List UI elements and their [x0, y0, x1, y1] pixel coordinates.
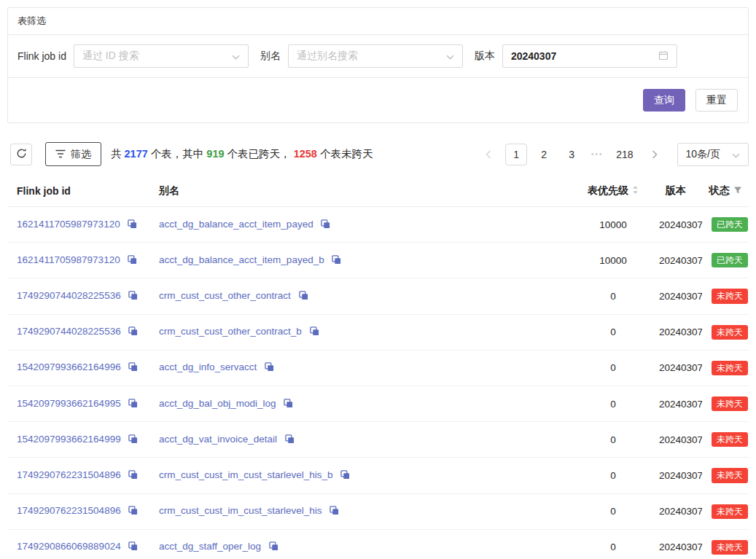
job-id-link[interactable]: 1749290866069889024	[17, 541, 121, 552]
page-size-select[interactable]: 10条/页	[677, 143, 749, 166]
pagination-top: 1 2 3 ••• 218 10条/页	[478, 143, 749, 166]
alias-link[interactable]: acct_dg_staff_oper_log	[159, 541, 261, 552]
copy-icon[interactable]	[128, 362, 138, 374]
uncrossed-count: 1258	[294, 148, 317, 160]
alias-link[interactable]: acct_dg_balance_acct_item_payed	[159, 219, 313, 230]
column-header-alias: 别名	[149, 176, 577, 207]
copy-icon[interactable]	[310, 327, 319, 338]
alias-link[interactable]: crm_cust_cust_other_contract_b	[159, 326, 302, 337]
alias-link[interactable]: acct_dg_balance_acct_item_payed_b	[159, 254, 324, 265]
version-field: 版本 20240307	[475, 44, 677, 68]
status-cell: 未跨天	[702, 529, 749, 559]
job-id-link[interactable]: 1749290744028225536	[17, 290, 121, 301]
alias-link[interactable]: acct_dg_info_servacct	[159, 361, 257, 372]
table-row: 1542097993662164995 acct_dg_bal_obj_modi…	[7, 386, 749, 421]
copy-icon[interactable]	[299, 291, 308, 302]
version-cell: 20240307	[650, 422, 702, 458]
job-id-cell: 1542097993662164995	[7, 386, 149, 421]
page: 表筛选 Flink job id 通过 ID 搜索 别名 通过别名搜索	[0, 0, 756, 559]
copy-icon[interactable]	[269, 542, 278, 553]
copy-icon[interactable]	[128, 291, 138, 302]
next-page-button[interactable]	[644, 144, 666, 165]
filter-lines-icon	[55, 149, 66, 160]
prev-page-button[interactable]	[478, 144, 499, 165]
job-id-cell: 1749290744028225536	[7, 314, 149, 350]
alias-cell: acct_dg_balance_acct_item_payed	[149, 207, 577, 243]
calendar-icon	[658, 50, 669, 63]
job-id-link[interactable]: 1749290762231504896	[17, 469, 121, 480]
page-button-last[interactable]: 218	[612, 144, 637, 165]
version-date-input[interactable]: 20240307	[502, 44, 677, 68]
filter-fields-row: Flink job id 通过 ID 搜索 别名 通过别名搜索	[8, 35, 748, 78]
version-cell: 20240307	[650, 350, 702, 386]
page-button-3[interactable]: 3	[561, 144, 582, 165]
summary-text: 共	[111, 148, 125, 160]
copy-icon[interactable]	[340, 470, 350, 482]
job-id-link[interactable]: 1621411705987973120	[17, 254, 120, 265]
table-row: 1749290744028225536 crm_cust_cust_other_…	[7, 278, 749, 314]
job-id-link[interactable]: 1749290762231504896	[17, 505, 121, 516]
summary-text: 个表，其中	[148, 148, 207, 160]
copy-icon[interactable]	[128, 399, 138, 410]
status-badge: 已跨天	[712, 217, 748, 232]
table-row: 1749290744028225536 crm_cust_cust_other_…	[7, 314, 749, 350]
column-header-job-id: Flink job id	[7, 176, 149, 207]
job-id-cell: 1749290866069889024	[7, 529, 149, 559]
alias-cell: crm_cust_cust_other_contract_b	[149, 314, 577, 350]
table-row: 1749290762231504896 crm_cust_cust_im_cus…	[7, 493, 749, 529]
copy-icon[interactable]	[330, 506, 339, 517]
copy-icon[interactable]	[128, 327, 138, 338]
copy-icon[interactable]	[128, 219, 137, 231]
copy-icon[interactable]	[128, 255, 137, 267]
chevron-down-icon	[232, 50, 240, 62]
sort-icon[interactable]	[632, 185, 639, 197]
job-id-cell: 1542097993662164999	[7, 422, 149, 458]
filter-button[interactable]: 筛选	[45, 142, 101, 166]
priority-cell: 0	[577, 278, 650, 314]
query-button[interactable]: 查询	[643, 89, 685, 112]
table-row: 1749290866069889024 acct_dg_staff_oper_l…	[7, 529, 749, 559]
column-header-status[interactable]: 状态	[702, 176, 749, 207]
page-button-2[interactable]: 2	[533, 144, 555, 165]
page-button-1[interactable]: 1	[505, 144, 527, 165]
copy-icon[interactable]	[128, 470, 138, 482]
job-id-cell: 1542097993662164996	[7, 350, 149, 386]
reset-button[interactable]: 重置	[695, 89, 738, 112]
copy-icon[interactable]	[128, 506, 138, 517]
status-cell: 未跨天	[702, 493, 749, 529]
table-summary: 共 2177 个表，其中 919 个表已跨天， 1258 个表未跨天	[111, 147, 373, 161]
column-header-priority[interactable]: 表优先级	[577, 176, 650, 207]
copy-icon[interactable]	[128, 542, 138, 553]
job-id-link[interactable]: 1749290744028225536	[17, 326, 121, 337]
funnel-filter-icon[interactable]	[733, 185, 742, 197]
chevron-down-icon	[732, 149, 740, 160]
chevron-down-icon	[446, 50, 454, 62]
alias-link[interactable]: acct_dg_bal_obj_modi_log	[159, 398, 276, 409]
job-id-link[interactable]: 1542097993662164995	[17, 398, 121, 409]
flink-job-id-select[interactable]: 通过 ID 搜索	[74, 44, 249, 68]
alias-link[interactable]: crm_cust_cust_im_cust_starlevel_his	[159, 505, 322, 516]
copy-icon[interactable]	[321, 219, 330, 231]
alias-link[interactable]: crm_cust_cust_im_cust_starlevel_his_b	[159, 469, 333, 480]
job-id-link[interactable]: 1542097993662164996	[17, 361, 121, 372]
pagination-ellipsis[interactable]: •••	[588, 150, 606, 158]
status-cell: 未跨天	[702, 422, 749, 458]
priority-cell: 0	[577, 493, 650, 529]
table-row: 1621411705987973120 acct_dg_balance_acct…	[7, 207, 749, 243]
table-row: 1621411705987973120 acct_dg_balance_acct…	[7, 243, 749, 278]
copy-icon[interactable]	[332, 255, 341, 267]
copy-icon[interactable]	[128, 434, 138, 446]
refresh-button[interactable]	[10, 144, 32, 165]
copy-icon[interactable]	[284, 399, 293, 410]
alias-select[interactable]: 通过别名搜索	[288, 44, 463, 68]
job-id-link[interactable]: 1621411705987973120	[17, 219, 120, 230]
copy-icon[interactable]	[285, 434, 295, 446]
alias-cell: acct_dg_bal_obj_modi_log	[149, 386, 577, 421]
page-size-label: 10条/页	[686, 148, 720, 161]
copy-icon[interactable]	[265, 362, 274, 374]
alias-link[interactable]: acct_dg_vat_invoice_detail	[159, 434, 277, 445]
job-id-link[interactable]: 1542097993662164999	[17, 434, 121, 445]
alias-cell: acct_dg_vat_invoice_detail	[149, 422, 577, 458]
alias-link[interactable]: crm_cust_cust_other_contract	[159, 290, 291, 301]
job-id-cell: 1749290762231504896	[7, 493, 149, 529]
